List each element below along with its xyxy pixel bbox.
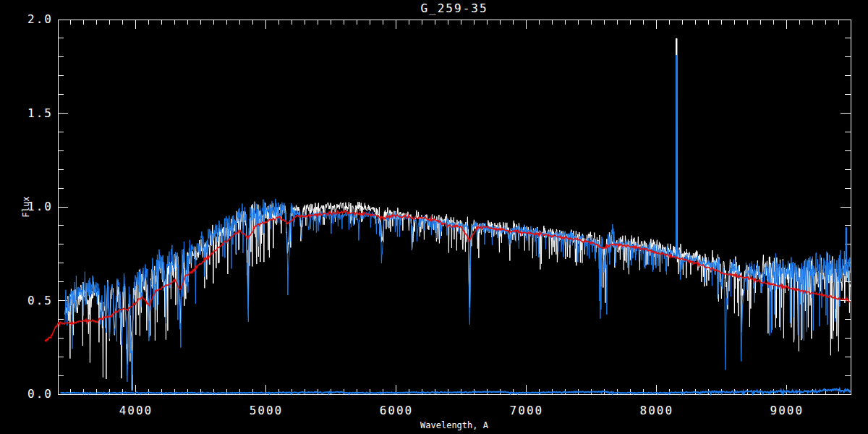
y-tick-label: 0.0 (27, 387, 53, 401)
y-axis-label: Flux (21, 197, 31, 218)
y-tick-label: 1.0 (27, 200, 53, 213)
x-axis-label: Wavelength, A (420, 420, 489, 430)
x-tick-label: 6000 (380, 404, 414, 417)
x-tick-label: 8000 (640, 404, 674, 417)
x-tick-label: 9000 (770, 404, 804, 417)
x-tick-label: 5000 (250, 404, 284, 417)
x-tick-label: 4000 (119, 404, 153, 417)
x-tick-label: 7000 (510, 404, 544, 417)
spectrum-figure: 4000500060007000800090000.00.51.01.52.0 … (0, 0, 868, 434)
plot-title: G_259-35 (420, 1, 488, 15)
y-tick-label: 2.0 (27, 12, 53, 26)
y-tick-label: 0.5 (27, 294, 53, 307)
spectrum-plot-canvas: 4000500060007000800090000.00.51.01.52.0 … (0, 0, 868, 434)
y-tick-label: 1.5 (27, 106, 53, 120)
